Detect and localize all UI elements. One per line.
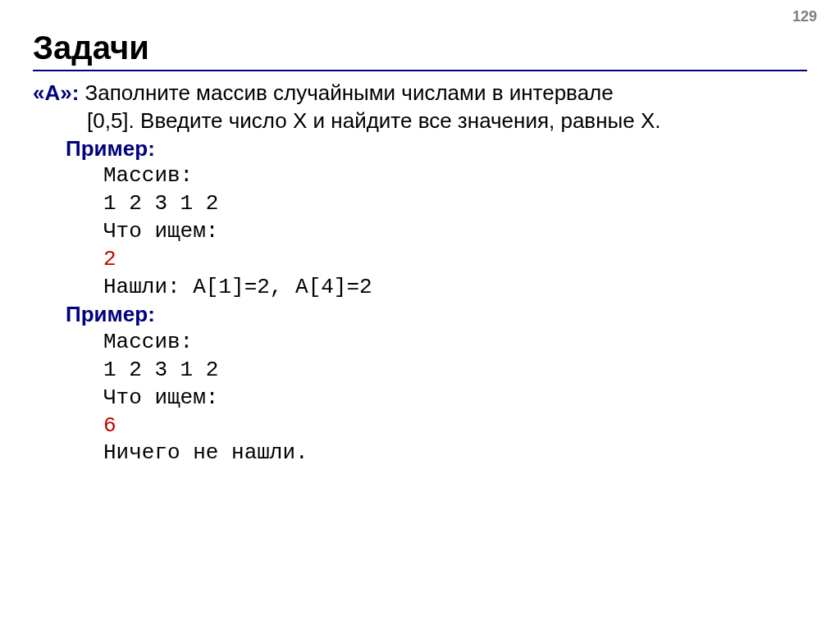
code-line: Массив: [103, 329, 807, 357]
example1-label: Пример: [66, 135, 807, 163]
page-title: Задачи [33, 30, 807, 66]
task-desc-line1: Заполните массив случайными числами в ин… [79, 80, 613, 105]
page-number: 129 [792, 8, 817, 25]
task-desc-line2: [0,5]. Введите число X и найдите все зна… [87, 107, 807, 135]
task-label: «A»: [33, 80, 79, 105]
code-line: Массив: [103, 162, 807, 190]
content-area: «A»: Заполните массив случайными числами… [33, 80, 807, 467]
code-line: Что ищем: [103, 218, 807, 246]
example1-code: Массив: 1 2 3 1 2 Что ищем: 2 Нашли: A[1… [103, 162, 807, 301]
title-divider [33, 70, 807, 71]
code-line-input: 2 [103, 246, 807, 274]
code-line-input: 6 [103, 412, 807, 440]
code-line: 1 2 3 1 2 [103, 357, 807, 385]
code-line: 1 2 3 1 2 [103, 190, 807, 218]
code-line: Что ищем: [103, 385, 807, 412]
example2-code: Массив: 1 2 3 1 2 Что ищем: 6 Ничего не … [103, 329, 807, 467]
task-block: «A»: Заполните массив случайными числами… [33, 80, 807, 135]
code-line: Ничего не нашли. [103, 440, 807, 467]
code-line: Нашли: A[1]=2, A[4]=2 [103, 274, 807, 302]
example2-label: Пример: [66, 301, 807, 329]
